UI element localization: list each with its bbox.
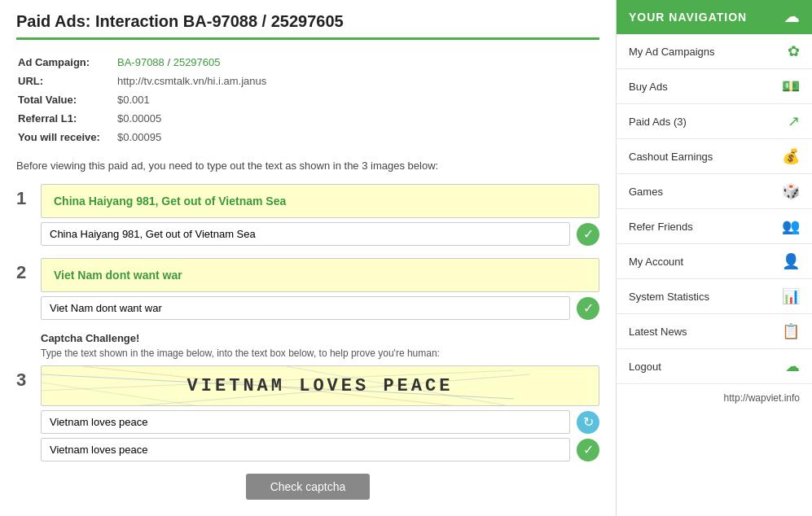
url-value: http://tv.csmtalk.vn/hi.i.am.janus <box>117 72 598 90</box>
captcha-item-3: 3 VIETNAM LOVES PEACE ↻ ✓ <box>16 365 599 461</box>
sidebar-item-label-latest-news: Latest News <box>629 326 687 338</box>
latest-news-icon: 📋 <box>782 322 800 340</box>
sidebar-item-system-statistics[interactable]: System Statistics📊 <box>617 279 812 314</box>
captcha-image-text: VIETNAM LOVES PEACE <box>187 376 454 396</box>
refer-friends-icon: 👥 <box>782 217 800 235</box>
check-icon-1: ✓ <box>577 223 599 246</box>
captcha-challenge-section: Captcha Challenge! Type the text shown i… <box>41 332 599 359</box>
my-account-icon: 👤 <box>782 252 800 270</box>
sidebar-item-label-buy-ads: Buy Ads <box>629 81 668 93</box>
captcha-number-3: 3 <box>16 365 33 391</box>
captcha-input-row-2: ✓ <box>41 296 599 320</box>
sidebar-item-label-cashout-earnings: Cashout Earnings <box>629 151 713 163</box>
sidebar: YOUR NAVIGATION ☁ My Ad Campaigns✿Buy Ad… <box>617 0 812 516</box>
total-value-label: Total Value: <box>18 91 116 108</box>
check-captcha-button[interactable]: Check captcha <box>246 474 371 500</box>
captcha-number-2: 2 <box>16 258 33 283</box>
buy-ads-icon: 💵 <box>782 77 800 95</box>
sidebar-footer-url: http://wapviet.info <box>617 384 812 412</box>
system-statistics-icon: 📊 <box>782 287 800 305</box>
sidebar-item-label-system-statistics: System Statistics <box>629 291 709 303</box>
captcha-image-1: China Haiyang 981, Get out of Vietnam Se… <box>41 184 599 218</box>
referral-value: $0.00005 <box>117 110 598 127</box>
captcha-number-1: 1 <box>16 184 33 209</box>
total-value: $0.001 <box>117 91 598 108</box>
svg-line-4 <box>42 383 204 405</box>
captcha-input-3[interactable] <box>41 410 570 434</box>
sidebar-item-label-paid-ads: Paid Ads (3) <box>629 116 687 128</box>
my-ad-campaigns-icon: ✿ <box>788 42 800 60</box>
cloud-icon: ☁ <box>784 8 800 26</box>
cashout-earnings-icon: 💰 <box>782 147 800 165</box>
captcha-input-2[interactable] <box>41 296 570 320</box>
logout-icon: ☁ <box>785 357 800 375</box>
check-icon-2: ✓ <box>577 297 599 320</box>
captcha-item-1: 1 China Haiyang 981, Get out of Vietnam … <box>16 184 599 246</box>
sidebar-item-latest-news[interactable]: Latest News📋 <box>617 314 812 349</box>
captcha-fields-2: Viet Nam dont want war ✓ <box>41 258 599 320</box>
captcha-fields-1: China Haiyang 981, Get out of Vietnam Se… <box>41 184 599 246</box>
instruction-text: Before viewing this paid ad, you need to… <box>16 160 599 172</box>
campaign-link1[interactable]: BA-97088 <box>117 56 165 68</box>
main-content: Paid Ads: Interaction BA-97088 / 2529760… <box>0 0 617 516</box>
referral-label: Referral L1: <box>18 110 116 127</box>
sidebar-item-label-my-ad-campaigns: My Ad Campaigns <box>629 46 715 58</box>
sidebar-item-paid-ads[interactable]: Paid Ads (3)↗ <box>617 104 812 139</box>
captcha-input-row-1: ✓ <box>41 222 599 246</box>
sidebar-header-label: YOUR NAVIGATION <box>629 11 747 24</box>
captcha-challenge-label: Captcha Challenge! <box>41 332 599 344</box>
refresh-icon[interactable]: ↻ <box>577 411 599 434</box>
captcha-fields-3: VIETNAM LOVES PEACE ↻ ✓ <box>41 365 599 461</box>
sidebar-item-my-ad-campaigns[interactable]: My Ad Campaigns✿ <box>617 34 812 69</box>
url-label: URL: <box>18 72 116 90</box>
campaign-link2[interactable]: 25297605 <box>173 56 221 68</box>
captcha-input-row-3b: ✓ <box>41 438 599 461</box>
captcha-input-1[interactable] <box>41 222 570 246</box>
sidebar-item-games[interactable]: Games🎲 <box>617 174 812 209</box>
you-will-receive-label: You will receive: <box>18 129 116 146</box>
sidebar-items-container: My Ad Campaigns✿Buy Ads💵Paid Ads (3)↗Cas… <box>617 34 812 384</box>
sidebar-item-my-account[interactable]: My Account👤 <box>617 244 812 279</box>
sidebar-item-label-games: Games <box>629 186 663 198</box>
sidebar-item-cashout-earnings[interactable]: Cashout Earnings💰 <box>617 139 812 174</box>
captcha-item-2: 2 Viet Nam dont want war ✓ <box>16 258 599 320</box>
captcha-image-2: Viet Nam dont want war <box>41 258 599 292</box>
captcha-text-1: China Haiyang 981, Get out of Vietnam Se… <box>54 195 286 208</box>
captcha-text-2: Viet Nam dont want war <box>54 269 182 282</box>
sidebar-item-label-refer-friends: Refer Friends <box>629 221 693 233</box>
info-table: Ad Campaign: BA-97088 / 25297605 URL: ht… <box>16 52 599 147</box>
captcha-challenge-sub: Type the text shown in the image below, … <box>41 348 599 359</box>
sidebar-item-refer-friends[interactable]: Refer Friends👥 <box>617 209 812 244</box>
you-will-receive-value: $0.00095 <box>117 129 598 146</box>
captcha-input-row-3: ↻ <box>41 410 599 434</box>
paid-ads-icon: ↗ <box>788 112 800 130</box>
sidebar-item-buy-ads[interactable]: Buy Ads💵 <box>617 69 812 104</box>
sidebar-header: YOUR NAVIGATION ☁ <box>617 0 812 34</box>
captcha-input-3b[interactable] <box>41 438 570 461</box>
sidebar-item-label-my-account: My Account <box>629 256 683 268</box>
games-icon: 🎲 <box>782 182 800 200</box>
page-title: Paid Ads: Interaction BA-97088 / 2529760… <box>16 12 599 40</box>
captcha-image-3: VIETNAM LOVES PEACE <box>41 365 599 406</box>
check-icon-3: ✓ <box>577 439 599 461</box>
ad-campaign-value: BA-97088 / 25297605 <box>117 54 598 71</box>
sidebar-item-label-logout: Logout <box>629 361 661 373</box>
ad-campaign-label: Ad Campaign: <box>18 54 116 71</box>
sidebar-item-logout[interactable]: Logout☁ <box>617 349 812 384</box>
